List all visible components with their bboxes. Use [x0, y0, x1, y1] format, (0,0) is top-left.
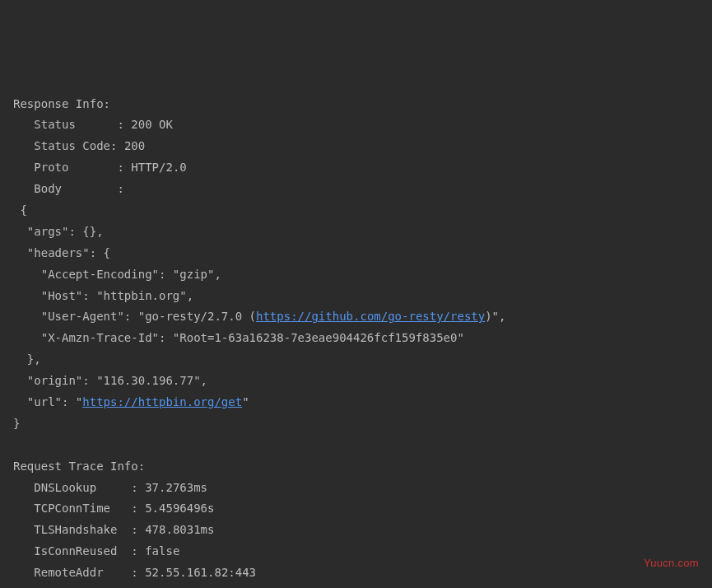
json-close: } [13, 417, 20, 430]
tcp-label: TCPConnTime : [34, 502, 137, 515]
status-value: 200 OK [131, 118, 173, 131]
tls-label: TLSHandshake : [34, 523, 137, 536]
json-url-suffix: " [242, 395, 249, 408]
dns-label: DNSLookup : [34, 481, 137, 494]
json-args: "args": {}, [13, 225, 104, 238]
json-url-prefix: "url": " [13, 395, 82, 408]
status-label: Status : [34, 118, 124, 131]
dns-value: 37.2763ms [145, 481, 207, 494]
json-open: { [13, 203, 27, 217]
body-label: Body : [34, 182, 124, 195]
trace-header: Request Trace Info: [13, 460, 145, 473]
json-host: "Host": "httpbin.org", [13, 289, 193, 302]
watermark: Yuucn.com [644, 553, 699, 573]
status-code-value: 200 [124, 139, 145, 152]
remote-label: RemoteAddr : [34, 566, 137, 579]
reused-value: false [145, 544, 179, 558]
tcp-value: 5.4596496s [145, 502, 214, 515]
proto-label: Proto : [34, 161, 124, 174]
remote-value: 52.55.161.82:443 [145, 566, 256, 579]
reused-label: IsConnReused : [34, 544, 137, 558]
json-headers-close: }, [13, 352, 41, 366]
user-agent-link[interactable]: https://github.com/go-resty/resty [256, 310, 485, 323]
json-user-agent-suffix: )", [485, 310, 505, 323]
json-trace-id: "X-Amzn-Trace-Id": "Root=1-63a16238-7e3e… [13, 331, 464, 344]
status-code-label: Status Code: [34, 139, 117, 152]
tls-value: 478.8031ms [145, 523, 214, 536]
json-origin: "origin": "116.30.196.77", [13, 374, 207, 387]
json-user-agent-prefix: "User-Agent": "go-resty/2.7.0 ( [13, 310, 256, 323]
json-accept-encoding: "Accept-Encoding": "gzip", [13, 268, 221, 281]
json-headers-open: "headers": { [13, 246, 110, 259]
url-link[interactable]: https://httpbin.org/get [82, 395, 242, 408]
proto-value: HTTP/2.0 [131, 161, 186, 174]
terminal-output: Response Info: Status : 200 OK Status Co… [13, 94, 699, 584]
response-header: Response Info: [13, 97, 110, 110]
